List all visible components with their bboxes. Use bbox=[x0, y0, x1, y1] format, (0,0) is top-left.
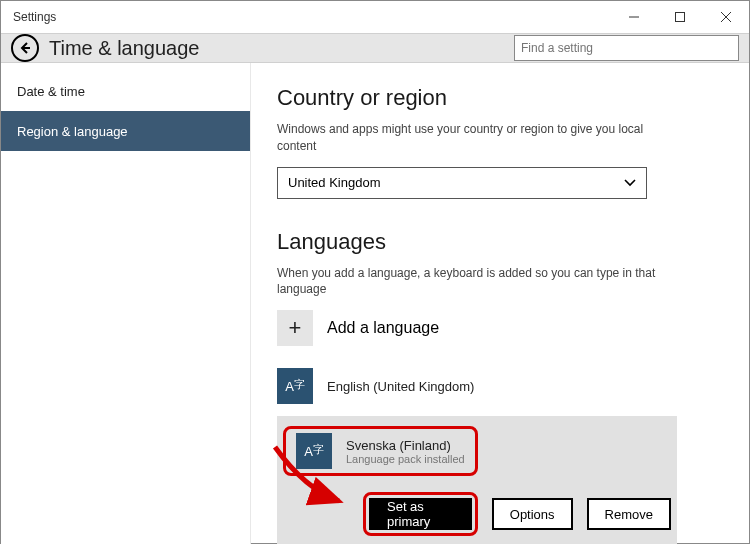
language-action-row: Set as primary Options Remove bbox=[283, 492, 671, 536]
minimize-button[interactable] bbox=[611, 1, 657, 33]
country-selected: United Kingdom bbox=[288, 175, 381, 190]
button-label: Options bbox=[510, 507, 555, 522]
language-name: Svenska (Finland) bbox=[346, 438, 465, 453]
country-heading: Country or region bbox=[277, 85, 723, 111]
language-item-english[interactable]: A字 English (United Kingdom) bbox=[277, 362, 723, 410]
close-button[interactable] bbox=[703, 1, 749, 33]
country-desc: Windows and apps might use your country … bbox=[277, 121, 657, 155]
languages-heading: Languages bbox=[277, 229, 723, 255]
page-title: Time & language bbox=[49, 37, 514, 60]
options-button[interactable]: Options bbox=[492, 498, 573, 530]
languages-desc: When you add a language, a keyboard is a… bbox=[277, 265, 657, 299]
main-content: Country or region Windows and apps might… bbox=[251, 63, 749, 544]
add-language-label: Add a language bbox=[327, 319, 439, 337]
add-language-button[interactable]: + Add a language bbox=[277, 310, 723, 346]
language-glyph-icon: A字 bbox=[277, 368, 313, 404]
remove-button[interactable]: Remove bbox=[587, 498, 671, 530]
language-item-svenska[interactable]: A字 Svenska (Finland) Language pack insta… bbox=[290, 431, 471, 471]
annotation-highlight: A字 Svenska (Finland) Language pack insta… bbox=[283, 426, 478, 476]
back-button[interactable] bbox=[11, 34, 39, 62]
language-name: English (United Kingdom) bbox=[327, 379, 474, 394]
button-label: Remove bbox=[605, 507, 653, 522]
maximize-button[interactable] bbox=[657, 1, 703, 33]
set-as-primary-button[interactable]: Set as primary bbox=[369, 498, 472, 530]
language-sub: Language pack installed bbox=[346, 453, 465, 465]
header-bar: Time & language bbox=[1, 33, 749, 63]
search-input[interactable] bbox=[521, 41, 732, 55]
chevron-down-icon bbox=[624, 176, 636, 190]
search-box[interactable] bbox=[514, 35, 739, 61]
language-glyph-icon: A字 bbox=[296, 433, 332, 469]
svg-rect-1 bbox=[676, 13, 685, 22]
plus-icon: + bbox=[277, 310, 313, 346]
sidebar: Date & time Region & language bbox=[1, 63, 251, 544]
sidebar-item-label: Date & time bbox=[17, 84, 85, 99]
button-label: Set as primary bbox=[387, 499, 454, 529]
annotation-highlight: Set as primary bbox=[363, 492, 478, 536]
sidebar-item-label: Region & language bbox=[17, 124, 128, 139]
sidebar-item-region-language[interactable]: Region & language bbox=[1, 111, 250, 151]
titlebar: Settings bbox=[1, 1, 749, 33]
window-title: Settings bbox=[13, 10, 56, 24]
language-selected-block: A字 Svenska (Finland) Language pack insta… bbox=[277, 416, 677, 544]
sidebar-item-date-time[interactable]: Date & time bbox=[1, 71, 250, 111]
country-dropdown[interactable]: United Kingdom bbox=[277, 167, 647, 199]
settings-window: Settings Time & language Date & time Reg… bbox=[0, 0, 750, 544]
